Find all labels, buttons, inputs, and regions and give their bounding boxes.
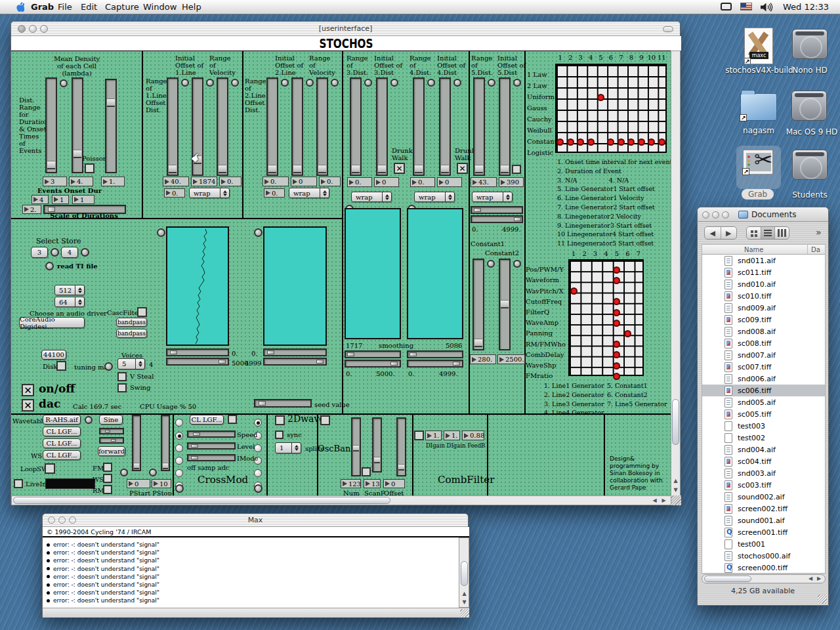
display-menu-icon[interactable]	[721, 3, 732, 10]
range1-numbox[interactable]: 40.	[163, 177, 189, 186]
cascfilter-checkbox[interactable]	[137, 307, 147, 317]
voices-menu[interactable]: 5	[117, 358, 145, 369]
d2gain-numbox[interactable]: 1.	[444, 430, 460, 440]
loopsw-checkbox[interactable]	[45, 463, 55, 474]
list-header[interactable]: Name Da	[702, 244, 826, 255]
duration-range-slider[interactable]	[45, 77, 57, 173]
feedback-numbox[interactable]: 0.88	[462, 430, 484, 440]
bang-button[interactable]	[85, 416, 93, 424]
dist4-display[interactable]	[407, 208, 463, 339]
events-numbox[interactable]: 4	[32, 195, 49, 204]
menu-item-file[interactable]: File	[58, 2, 72, 12]
buffer-size-menu[interactable]: 512	[54, 285, 85, 295]
scroll-left-arrow[interactable]: ◀	[807, 575, 814, 583]
column-divider[interactable]	[807, 245, 808, 254]
oscbank-scanf-slider[interactable]	[372, 417, 382, 472]
file-row[interactable]: snd010.aif	[702, 278, 825, 290]
select-msgbox[interactable]: 3	[31, 247, 48, 258]
menu-item-capture[interactable]: Capture	[105, 2, 139, 12]
crossmod-imode-slider[interactable]	[187, 454, 236, 461]
dac-checkbox[interactable]	[22, 399, 34, 411]
bang-button[interactable]	[513, 79, 521, 87]
more-toolbar-chevron[interactable]: »	[816, 227, 822, 238]
bandpass-button[interactable]: bandpass	[116, 318, 147, 327]
menu-item-grab[interactable]: Grab	[31, 2, 54, 12]
bang-button[interactable]	[513, 260, 521, 268]
bang-button[interactable]	[157, 228, 165, 237]
crossmod-radio-right[interactable]	[254, 444, 262, 452]
lambda-numbox[interactable]: 1.	[101, 177, 125, 186]
file-row[interactable]: snd004.aif	[702, 444, 825, 455]
store-msgbox[interactable]: 4	[61, 247, 78, 258]
file-row[interactable]: snd008.aif	[702, 326, 825, 337]
pstop-numbox[interactable]: 10	[152, 479, 171, 488]
scroll-up-arrow[interactable]: ▲	[460, 589, 469, 598]
oscbank-mini-checkbox[interactable]	[362, 467, 371, 476]
offset2-numbox[interactable]: 0	[291, 177, 317, 186]
dist3-display[interactable]	[345, 208, 401, 339]
linegen-display-1[interactable]	[166, 226, 229, 346]
file-row[interactable]: snd011.aif	[702, 255, 825, 266]
wrap-menu[interactable]: wrap	[189, 188, 230, 198]
wavetable1-button[interactable]: R-AHS.aif	[43, 415, 81, 425]
scrollbar-thumb[interactable]	[13, 497, 390, 504]
range-2line-slider[interactable]	[266, 77, 278, 176]
velocity2-numbox[interactable]: 0.	[319, 177, 341, 186]
bang-button[interactable]	[51, 248, 59, 257]
resize-grip[interactable]	[671, 495, 681, 505]
onset-numbox[interactable]: 1	[52, 195, 69, 204]
routing-matrix[interactable]	[568, 259, 644, 376]
display2-min-slider[interactable]	[263, 348, 327, 356]
offset5-numbox[interactable]: 390	[499, 177, 524, 187]
livein-checkbox[interactable]	[14, 479, 23, 488]
file-row[interactable]: snd005.aif	[702, 396, 825, 408]
icon-label[interactable]: Students	[786, 190, 833, 200]
wavetable3-button[interactable]: CL LGF...	[43, 438, 81, 448]
zoom-button[interactable]	[722, 211, 729, 219]
keyboard-flag-icon[interactable]	[740, 3, 752, 10]
velocity2-slider[interactable]	[316, 77, 328, 176]
bang-button[interactable]	[306, 79, 314, 87]
onoff-checkbox[interactable]	[22, 384, 34, 396]
crossmod-radio-right[interactable]	[254, 469, 262, 477]
resize-grip[interactable]	[818, 595, 827, 604]
bang-button[interactable]	[120, 469, 128, 476]
bang-button[interactable]	[364, 79, 372, 87]
resize-grip[interactable]	[460, 609, 469, 618]
wrap-menu[interactable]: wrap	[414, 192, 455, 202]
wavetable2-button[interactable]: CL LGF...	[43, 427, 81, 436]
file-row[interactable]: sound001.aif	[702, 514, 825, 526]
crossmod-radio-right[interactable]	[254, 419, 262, 427]
offset2b-numbox[interactable]: 0.	[264, 188, 285, 198]
bang-button[interactable]	[60, 79, 68, 87]
audio-driver-button[interactable]: CoreAudio Digidesi...	[19, 317, 85, 328]
d1gain-numbox[interactable]: 1.	[425, 430, 442, 440]
offset3-numbox[interactable]: 0	[374, 177, 399, 187]
scrollbar-thumb[interactable]	[704, 576, 751, 582]
icon-label[interactable]: nagasm	[739, 126, 778, 135]
volume-menu-icon[interactable]	[760, 3, 774, 12]
menu-item-window[interactable]: Window	[143, 2, 177, 12]
file-row[interactable]: sound002.aif	[702, 491, 825, 503]
vertical-scrollbar[interactable]: ▲ ▼	[671, 51, 681, 496]
file-row[interactable]: screen002.tiff	[702, 503, 825, 514]
disk-checkbox[interactable]	[56, 361, 66, 371]
desktop-icon-macos9-hd[interactable]: Mac OS 9 HD	[788, 91, 840, 142]
title-bar[interactable]: Max	[43, 514, 468, 527]
sine-button[interactable]: Sine	[99, 415, 123, 425]
file-row[interactable]: sc008.tiff	[702, 337, 825, 349]
seed-value-slider[interactable]	[254, 399, 312, 408]
file-row[interactable]: sc011.tiff	[702, 266, 825, 278]
dist-numbox[interactable]: 4.	[69, 177, 93, 186]
range-5dist-slider[interactable]	[473, 77, 485, 176]
file-row[interactable]: stochos000.aif	[702, 550, 825, 562]
scroll-right-arrow[interactable]: ▶	[660, 496, 668, 505]
oscbank-scanf-numbox[interactable]: 13	[364, 479, 381, 488]
vsteal-checkbox[interactable]	[117, 372, 127, 381]
file-row[interactable]: sc007.tiff	[702, 361, 825, 373]
fm-checkbox[interactable]	[103, 463, 112, 472]
bang-button[interactable]	[206, 79, 214, 87]
crossmod-radio-left[interactable]	[175, 469, 183, 477]
bang-button[interactable]	[453, 79, 461, 87]
file-row[interactable]: test001	[702, 538, 825, 550]
